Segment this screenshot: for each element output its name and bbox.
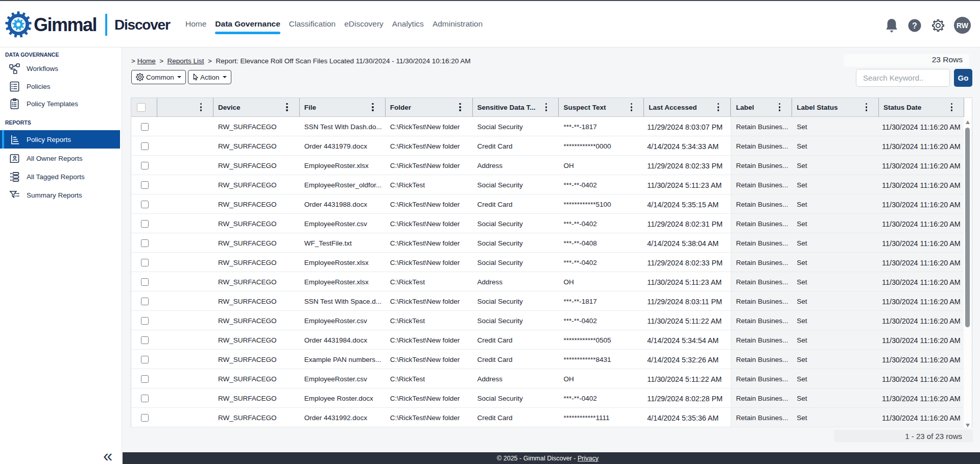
svg-text:?: ? [912,21,917,30]
